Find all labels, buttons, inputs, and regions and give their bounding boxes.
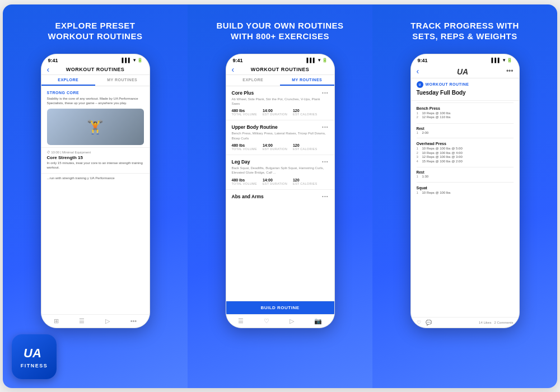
routine-1-title: Upper Body Routine — [232, 124, 278, 130]
routine-0-stats: 480 lbs TOTAL VOLUME 14:00 EST DURATION … — [232, 109, 329, 116]
routines-list: Core Plus ••• Ab Wheel, Side Plank, Stir… — [226, 86, 334, 301]
more-options-icon[interactable]: ••• — [506, 67, 514, 75]
routine-tag-text: WORKOUT ROUTINE — [426, 82, 469, 86]
phone-1: 9:41 ▌▌▌ ▾ 🔋 ‹ WORKOUT ROUTINES EXPLORE … — [41, 54, 150, 328]
tab-explore-2[interactable]: EXPLORE — [226, 75, 281, 86]
stat-2-2: 120 EST CALORIES — [293, 178, 318, 185]
screen3-footer: ♡ 💬 14 Likes 2 Comments — [411, 317, 519, 328]
phone-3: 9:41 ▌▌▌ ▾ 🔋 ‹ UA ••• — [410, 54, 520, 328]
workout-card-desc: In only 15 minutes, treat your core to a… — [47, 161, 144, 170]
nav-icon-home[interactable]: ⊞ — [54, 318, 59, 325]
overhead-set-3: 3 12 Reps @ 100 lbs @ 3:00 — [417, 155, 514, 158]
phone-1-content: EXPLORE MY ROUTINES STRONG CORE Stabilit… — [41, 75, 150, 328]
routine-1-dots[interactable]: ••• — [322, 124, 328, 129]
phone-3-content: U WORKOUT ROUTINE Tuesday Full Body Benc… — [411, 78, 519, 328]
nav-bar-ua-logo: UA — [457, 67, 473, 76]
stat-1-0: 480 lbs TOTAL VOLUME — [232, 143, 257, 151]
exercise-bench-press: Bench Press 1 10 Reps @ 100 lbs 2 12 Rep… — [411, 105, 519, 122]
routine-card-1-header: Upper Body Routine ••• — [232, 124, 329, 130]
status-bar-1: 9:41 ▌▌▌ ▾ 🔋 — [41, 54, 150, 64]
rest-section-2: Rest 1 1:30 — [411, 169, 519, 180]
phone-2: 9:41 ▌▌▌ ▾ 🔋 ‹ WORKOUT ROUTINES EXPLORE … — [226, 54, 335, 328]
routine-0-title: Core Plus — [232, 90, 254, 96]
nav2-icon-list[interactable]: ☰ — [238, 318, 244, 325]
exercise-squat: Squat 1 10 Reps @ 100 lbs — [411, 184, 519, 197]
footer-counts: 14 Likes 2 Comments — [479, 321, 513, 324]
rest-1-label: Rest — [417, 127, 514, 130]
routine-1-exercises: Bench Press, Military Press, Lateral Rai… — [232, 131, 329, 141]
footer-likes-count: 14 Likes — [479, 321, 491, 324]
footer-comments-count: 2 Comments — [494, 321, 513, 324]
routine-3-dots[interactable]: ••• — [322, 194, 328, 199]
routine-2-dots[interactable]: ••• — [322, 159, 328, 164]
nav2-icon-play[interactable]: ▷ — [290, 318, 294, 325]
routine-3-title: Abs and Arms — [232, 194, 264, 199]
back-arrow-1[interactable]: ‹ — [47, 65, 50, 74]
nav2-icon-camera[interactable]: 📷 — [314, 318, 322, 325]
comment-icon[interactable]: 💬 — [426, 320, 432, 325]
routine-2-stats: 480 lbs TOTAL VOLUME 14:00 EST DURATION … — [232, 178, 329, 185]
routine-2-title: Leg Day — [232, 159, 250, 165]
bench-press-set-2: 2 12 Reps @ 110 lbs — [417, 115, 514, 119]
app-icon[interactable]: UA FITNESS — [12, 334, 57, 379]
back-arrow-2[interactable]: ‹ — [232, 65, 235, 74]
rest-1-row: 1 2:00 — [417, 131, 514, 134]
panel-2-title: BUILD YOUR OWN ROUTINES WITH 800+ EXERCI… — [216, 20, 343, 44]
nav-title-2: WORKOUT ROUTINES — [251, 67, 310, 72]
nav-bar-1: ‹ WORKOUT ROUTINES — [41, 64, 150, 75]
build-routine-button[interactable]: BUILD ROUTINE — [226, 301, 334, 314]
like-icon[interactable]: ♡ — [417, 320, 421, 325]
ua-logo-svg: UA — [22, 345, 46, 361]
screen1-content: STRONG CORE Stability is the core of any… — [41, 86, 150, 314]
strong-core-section: STRONG CORE Stability is the core of any… — [41, 86, 150, 148]
divider-3 — [417, 138, 514, 138]
routine-0-dots[interactable]: ••• — [322, 90, 328, 95]
nav-icon-play[interactable]: ▷ — [105, 318, 110, 325]
status-icons-2: ▌▌▌ ▾ 🔋 — [306, 58, 327, 63]
status-time-1: 9:41 — [48, 58, 58, 63]
routine-card-3: Abs and Arms ••• — [226, 190, 334, 301]
phone-2-content: EXPLORE MY ROUTINES Core Plus ••• Ab Whe… — [226, 75, 334, 328]
workout-card-mini: ⏱ 10:00 | Minimal Equipment Core Strengt… — [41, 148, 150, 174]
status-time-2: 9:41 — [233, 58, 243, 63]
routine-card-0-header: Core Plus ••• — [232, 90, 329, 96]
overhead-set-2: 2 10 Reps @ 100 lbs @ 4:00 — [417, 151, 514, 155]
overhead-press-name: Overhead Press — [417, 142, 514, 146]
panel-3-title: TRACK PROGRESS WITH SETS, REPS & WEIGHTS — [410, 20, 519, 44]
squat-name: Squat — [417, 186, 514, 190]
divider-5 — [417, 182, 514, 183]
overhead-set-1: 1 10 Reps @ 100 lbs @ 5:00 — [417, 147, 514, 150]
footer-likes-icons: ♡ 💬 — [417, 320, 432, 325]
workout-card-title: Core Strength 15 — [47, 155, 144, 160]
tab-explore-1[interactable]: EXPLORE — [41, 75, 96, 86]
stat-2-0: 480 lbs TOTAL VOLUME — [232, 178, 257, 185]
panel-track: TRACK PROGRESS WITH SETS, REPS & WEIGHTS… — [372, 4, 557, 388]
routine-0-exercises: Ab Wheel, Side Plank, Stir the Pot, Crun… — [232, 97, 329, 106]
routine-main-title: Tuesday Full Body — [417, 90, 514, 96]
nav2-icon-heart[interactable]: ♡ — [264, 318, 269, 325]
nav-icon-dots[interactable]: ••• — [130, 318, 137, 324]
stat-1-1: 14:00 EST DURATION — [263, 143, 287, 151]
tab-bar-2: EXPLORE MY ROUTINES — [226, 75, 334, 86]
divider-1 — [417, 102, 514, 103]
routine-card-1: Upper Body Routine ••• Bench Press, Mili… — [226, 120, 334, 155]
divider-4 — [417, 167, 514, 167]
bench-press-name: Bench Press — [417, 106, 514, 110]
stat-0-0: 480 lbs TOTAL VOLUME — [232, 109, 257, 116]
routine-tag-row: U WORKOUT ROUTINE — [417, 81, 514, 88]
bottom-nav-2: ☰ ♡ ▷ 📷 — [226, 314, 334, 328]
routine-card-3-header: Abs and Arms ••• — [232, 194, 329, 199]
stat-1-2: 120 EST CALORIES — [293, 143, 318, 151]
status-bar-3: 9:41 ▌▌▌ ▾ 🔋 — [411, 54, 519, 64]
back-arrow-3[interactable]: ‹ — [417, 67, 419, 76]
nav-icon-list[interactable]: ☰ — [79, 318, 85, 325]
routine-card-2: Leg Day ••• Back Squat, Deadlifts, Bulga… — [226, 155, 334, 190]
tab-my-routines-2[interactable]: MY ROUTINES — [280, 75, 334, 86]
routine-card-0: Core Plus ••• Ab Wheel, Side Plank, Stir… — [226, 86, 334, 121]
strong-core-desc: Stability is the core of any workout. Ma… — [47, 96, 144, 106]
exercise-overhead-press: Overhead Press 1 10 Reps @ 100 lbs @ 5:0… — [411, 140, 519, 165]
panel-explore: EXPLORE PRESET WORKOUT ROUTINES 9:41 ▌▌▌… — [3, 4, 188, 388]
rest-2-row: 1 1:30 — [417, 175, 514, 178]
panel-1-title: EXPLORE PRESET WORKOUT ROUTINES — [48, 20, 143, 44]
tab-my-routines-1[interactable]: MY ROUTINES — [95, 75, 150, 86]
